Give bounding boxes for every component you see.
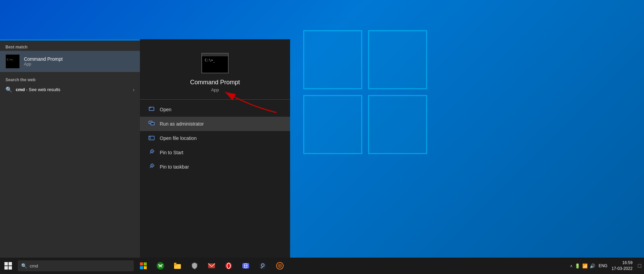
best-match-label: Best match bbox=[0, 43, 140, 51]
open-icon bbox=[148, 106, 155, 113]
svg-point-47 bbox=[279, 265, 281, 266]
steam-taskbar-icon[interactable] bbox=[255, 258, 271, 274]
pin-to-taskbar-menu-item[interactable]: Pin to taskbar bbox=[140, 160, 290, 174]
app-header: C:\>_ Command Prompt App bbox=[140, 39, 290, 100]
svg-rect-4 bbox=[304, 31, 362, 89]
microsoft-store-taskbar-icon[interactable] bbox=[135, 258, 152, 274]
start-menu-left-panel: Best match C:\>_ Command Prompt App Sear… bbox=[0, 39, 140, 258]
battery-icon[interactable]: 🔋 bbox=[575, 263, 580, 269]
svg-rect-15 bbox=[149, 136, 151, 137]
open-menu-item[interactable]: Open bbox=[140, 102, 290, 117]
right-panel-app-type: App bbox=[211, 87, 219, 92]
svg-point-42 bbox=[246, 265, 247, 266]
language-indicator[interactable]: ENG bbox=[599, 263, 607, 268]
svg-line-20 bbox=[152, 150, 153, 152]
svg-rect-29 bbox=[140, 262, 143, 265]
context-menu: Open Run as administrator bbox=[140, 100, 290, 177]
svg-rect-25 bbox=[4, 262, 8, 265]
svg-rect-9 bbox=[149, 107, 151, 108]
svg-rect-26 bbox=[9, 262, 12, 265]
svg-rect-32 bbox=[144, 266, 147, 269]
start-button[interactable] bbox=[0, 258, 16, 274]
search-web-icon: 🔍 bbox=[5, 86, 12, 93]
open-file-location-menu-item[interactable]: Open file location bbox=[140, 131, 290, 145]
opera-taskbar-icon[interactable] bbox=[220, 258, 237, 274]
pin-to-start-icon bbox=[148, 149, 155, 156]
pin-to-start-menu-item[interactable]: Pin to Start bbox=[140, 145, 290, 160]
pin-to-start-label: Pin to Start bbox=[160, 150, 183, 155]
security-taskbar-icon[interactable] bbox=[186, 258, 203, 274]
taskbar-search-text: cmd bbox=[30, 263, 38, 269]
date-display: 17-03-2022 bbox=[612, 266, 632, 272]
taskbar: 🔍 cmd bbox=[0, 258, 644, 274]
time-display: 16:59 bbox=[622, 260, 632, 266]
system-tray: ∧ 🔋 📶 🔊 ENG 16:59 17-03-2022 □ bbox=[570, 260, 644, 272]
search-web-label: Search the web bbox=[0, 76, 140, 84]
search-web-text: cmd - See web results bbox=[16, 87, 60, 92]
pin-to-taskbar-label: Pin to taskbar bbox=[160, 164, 189, 170]
search-web-section: Search the web 🔍 cmd - See web results › bbox=[0, 72, 140, 96]
game-taskbar-icon[interactable] bbox=[272, 258, 288, 274]
run-as-admin-menu-item[interactable]: Run as administrator bbox=[140, 117, 290, 131]
svg-rect-28 bbox=[9, 266, 12, 270]
notification-center-icon[interactable]: □ bbox=[638, 263, 641, 269]
search-web-item[interactable]: 🔍 cmd - See web results › bbox=[0, 84, 140, 96]
discord-taskbar-icon[interactable] bbox=[238, 258, 254, 274]
open-label: Open bbox=[160, 107, 171, 112]
cmd-icon-large: C:\>_ bbox=[201, 53, 229, 73]
wifi-icon[interactable]: 📶 bbox=[582, 263, 588, 269]
svg-rect-6 bbox=[304, 96, 362, 154]
svg-rect-30 bbox=[144, 262, 147, 265]
svg-rect-36 bbox=[174, 263, 176, 265]
svg-rect-12 bbox=[151, 122, 154, 125]
best-match-section: Best match C:\>_ Command Prompt App bbox=[0, 41, 140, 72]
app-type-result: App bbox=[24, 62, 63, 67]
xbox-taskbar-icon[interactable] bbox=[152, 258, 169, 274]
file-explorer-taskbar-icon[interactable] bbox=[169, 258, 186, 274]
svg-line-23 bbox=[152, 165, 153, 166]
svg-rect-5 bbox=[369, 31, 427, 89]
right-panel-app-name: Command Prompt bbox=[190, 79, 240, 86]
cmd-icon-small: C:\>_ bbox=[5, 54, 20, 69]
svg-point-41 bbox=[244, 265, 245, 266]
svg-rect-27 bbox=[4, 266, 8, 270]
taskbar-search-box[interactable]: 🔍 cmd bbox=[18, 260, 134, 271]
command-prompt-result[interactable]: C:\>_ Command Prompt App bbox=[0, 51, 140, 72]
run-as-admin-icon bbox=[148, 120, 155, 128]
windows-logo-desktop bbox=[300, 27, 430, 157]
best-match-text: Command Prompt App bbox=[24, 56, 63, 67]
open-file-location-icon bbox=[148, 134, 155, 142]
clock-area[interactable]: 16:59 17-03-2022 bbox=[612, 260, 635, 272]
volume-icon[interactable]: 🔊 bbox=[590, 263, 595, 269]
run-as-admin-label: Run as administrator bbox=[160, 121, 204, 127]
tray-chevron-icon[interactable]: ∧ bbox=[570, 264, 573, 268]
taskbar-icons bbox=[135, 258, 288, 274]
app-name-result: Command Prompt bbox=[24, 56, 63, 62]
open-file-location-label: Open file location bbox=[160, 135, 197, 141]
mail-taskbar-icon[interactable] bbox=[203, 258, 220, 274]
search-web-arrow: › bbox=[133, 87, 134, 92]
svg-rect-7 bbox=[369, 96, 427, 154]
pin-to-taskbar-icon bbox=[148, 163, 155, 171]
start-menu-right-panel: C:\>_ Command Prompt App Open Run as adm… bbox=[140, 39, 290, 258]
search-web-suffix: - See web results bbox=[26, 87, 60, 92]
tray-icons-area: ∧ 🔋 📶 🔊 bbox=[570, 263, 595, 269]
taskbar-search-icon: 🔍 bbox=[21, 263, 27, 269]
svg-rect-31 bbox=[140, 266, 143, 269]
